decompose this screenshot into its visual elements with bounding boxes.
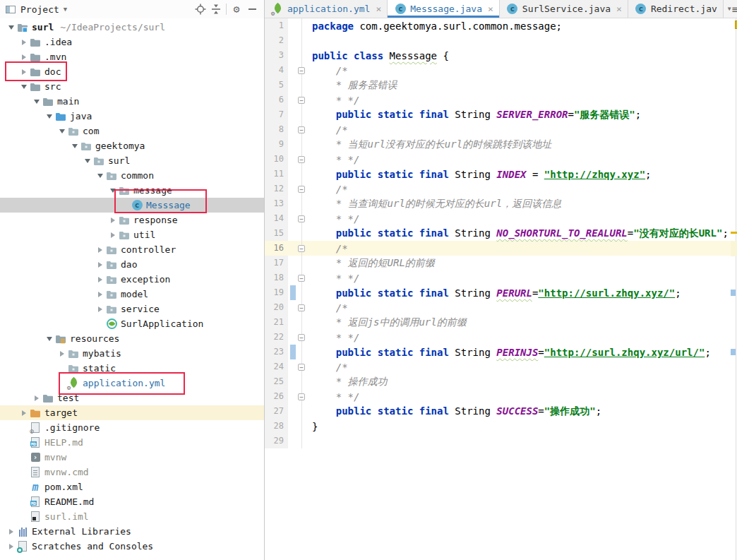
fold-start-icon[interactable]: − [298, 364, 305, 371]
code-editor[interactable]: 1package com.geektomya.surl.common.messa… [265, 18, 736, 448]
expanded-arrow-icon[interactable] [44, 337, 55, 341]
tree-item-surl[interactable]: surl~/IdeaProjects/surl [0, 20, 264, 35]
tree-item-controller[interactable]: controller [0, 242, 264, 257]
code-line-23[interactable]: 23 public static final String PERINJS="h… [265, 345, 736, 359]
tree-item-mvnw.cmd[interactable]: mvnw.cmd [0, 465, 264, 479]
fold-end-icon[interactable]: − [298, 156, 305, 163]
collapsed-arrow-icon[interactable] [18, 54, 30, 60]
fold-end-icon[interactable]: − [298, 215, 305, 222]
settings-gear-icon[interactable]: ⚙ [229, 2, 244, 16]
code-line-17[interactable]: 17 * 返回的短URL的前缀 [265, 256, 736, 270]
chevron-down-icon[interactable]: ▼ [64, 6, 67, 13]
code-line-29[interactable]: 29 [265, 434, 736, 448]
collapsed-arrow-icon[interactable] [6, 529, 17, 535]
collapsed-arrow-icon[interactable] [18, 40, 30, 45]
tree-item-mvnw[interactable]: ›mvnw [0, 450, 264, 465]
tree-item-application.yml[interactable]: ⚙application.yml [0, 376, 264, 391]
line-number[interactable]: 3 [265, 48, 288, 63]
code-line-26[interactable]: 26− * */ [265, 389, 736, 404]
tree-item-readme.md[interactable]: MDREADME.md [0, 494, 264, 509]
collapsed-arrow-icon[interactable] [95, 306, 106, 312]
line-number[interactable]: 27 [265, 404, 288, 419]
collapsed-arrow-icon[interactable] [95, 277, 106, 282]
code-line-13[interactable]: 13 * 当查询短url的时候无对应的长url，返回该信息 [265, 196, 736, 211]
tree-item-pom.xml[interactable]: mpom.xml [0, 479, 264, 494]
tree-item-surlapplication[interactable]: SurlApplication [0, 316, 264, 331]
tree-item-help.md[interactable]: MDHELP.md [0, 435, 264, 450]
collapsed-arrow-icon[interactable] [95, 292, 106, 297]
expanded-arrow-icon[interactable] [82, 159, 93, 163]
close-tab-icon[interactable]: × [376, 4, 381, 14]
code-line-12[interactable]: 12− /* [265, 181, 736, 196]
tree-item-messsage[interactable]: cMesssage [0, 198, 264, 213]
line-number[interactable]: 26 [265, 389, 288, 404]
project-pane-title[interactable]: Project [20, 4, 59, 15]
code-line-22[interactable]: 22− * */ [265, 330, 736, 345]
tree-item-resources[interactable]: resources [0, 331, 264, 346]
line-number[interactable]: 13 [265, 196, 288, 211]
expanded-arrow-icon[interactable] [44, 114, 55, 119]
fold-start-icon[interactable]: − [298, 245, 305, 252]
collapsed-arrow-icon[interactable] [31, 395, 42, 401]
code-line-28[interactable]: 28} [265, 419, 736, 434]
line-number[interactable]: 7 [265, 107, 288, 122]
fold-start-icon[interactable]: − [298, 67, 305, 74]
code-line-2[interactable]: 2 [265, 33, 736, 48]
line-number[interactable]: 29 [265, 434, 288, 448]
line-number[interactable]: 28 [265, 419, 288, 434]
line-number[interactable]: 23 [265, 345, 288, 359]
tree-item-model[interactable]: model [0, 287, 264, 302]
line-number[interactable]: 20 [265, 300, 288, 315]
tree-item-.mvn[interactable]: .mvn [0, 49, 264, 64]
line-number[interactable]: 5 [265, 78, 288, 93]
close-tab-icon[interactable]: × [616, 4, 622, 14]
fold-end-icon[interactable]: − [298, 97, 305, 104]
collapsed-arrow-icon[interactable] [95, 247, 106, 253]
stripe-mark-changed[interactable] [731, 290, 736, 296]
tree-item-dao[interactable]: dao [0, 257, 264, 272]
line-number[interactable]: 22 [265, 330, 288, 345]
editor-tab-surlservice.java[interactable]: cSurlService.java× [500, 0, 628, 18]
collapsed-arrow-icon[interactable] [18, 69, 30, 75]
code-line-16[interactable]: 16− /* [265, 241, 736, 256]
code-line-24[interactable]: 24− /* [265, 359, 736, 374]
expanded-arrow-icon[interactable] [107, 189, 119, 193]
stripe-mark-changed[interactable] [731, 349, 736, 355]
code-line-6[interactable]: 6− * */ [265, 93, 736, 107]
code-line-11[interactable]: 11 public static final String INDEX = "h… [265, 167, 736, 181]
line-number[interactable]: 12 [265, 181, 288, 196]
expanded-arrow-icon[interactable] [69, 144, 80, 148]
line-number[interactable]: 16 [265, 241, 288, 256]
tree-item-util[interactable]: util [0, 227, 264, 242]
line-number[interactable]: 19 [265, 285, 288, 300]
tree-item-geektomya[interactable]: geektomya [0, 138, 264, 153]
line-number[interactable]: 9 [265, 137, 288, 152]
fold-start-icon[interactable]: − [298, 304, 305, 311]
tree-item-exception[interactable]: exception [0, 272, 264, 287]
editor-tab-messsage.java[interactable]: cMesssage.java× [388, 0, 500, 18]
expanded-arrow-icon[interactable] [31, 100, 42, 104]
code-line-1[interactable]: 1package com.geektomya.surl.common.messa… [265, 18, 736, 33]
fold-end-icon[interactable]: − [298, 275, 305, 282]
code-line-21[interactable]: 21 * 返回js中的调用url的前缀 [265, 315, 736, 330]
code-line-7[interactable]: 7 public static final String SERVER_ERRO… [265, 107, 736, 122]
expanded-arrow-icon[interactable] [56, 129, 68, 133]
expanded-arrow-icon[interactable] [6, 25, 17, 30]
collapsed-arrow-icon[interactable] [107, 232, 119, 238]
tree-item-mybatis[interactable]: mybatis [0, 346, 264, 361]
line-number[interactable]: 11 [265, 167, 288, 181]
line-number[interactable]: 25 [265, 374, 288, 389]
line-number[interactable]: 15 [265, 226, 288, 241]
code-line-27[interactable]: 27 public static final String SUCCESS="操… [265, 404, 736, 419]
tree-item-.idea[interactable]: .idea [0, 35, 264, 49]
tree-item-scratches-and-consoles[interactable]: Scratches and Consoles [0, 539, 264, 554]
tree-item-target[interactable]: target [0, 405, 264, 420]
tree-item-surl.iml[interactable]: surl.iml [0, 509, 264, 524]
hidden-tabs-button[interactable]: ▼≡6 [724, 0, 737, 18]
collapsed-arrow-icon[interactable] [107, 218, 119, 223]
line-number[interactable]: 4 [265, 63, 288, 78]
expanded-arrow-icon[interactable] [95, 174, 106, 178]
tree-item-doc[interactable]: doc [0, 64, 264, 79]
tree-item-test[interactable]: test [0, 391, 264, 405]
line-number[interactable]: 8 [265, 122, 288, 137]
